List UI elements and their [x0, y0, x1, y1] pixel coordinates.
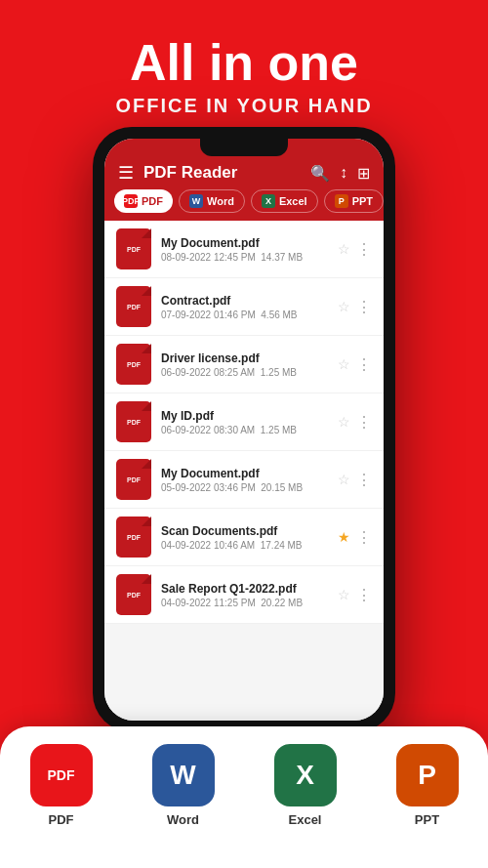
hero-title: All in one [0, 35, 488, 91]
file-actions: ☆ ⋮ [338, 471, 372, 489]
file-info: Scan Documents.pdf 04-09-2022 10:46 AM 1… [161, 524, 328, 551]
file-meta: 04-09-2022 10:46 AM 17.24 MB [161, 540, 328, 551]
dock-pdf-icon: PDF [30, 744, 93, 806]
hero-section: All in one OFFICE IN YOUR HAND [0, 0, 488, 117]
sort-icon[interactable]: ↕ [340, 164, 347, 182]
word-tab-icon: W [189, 194, 203, 208]
dock-item-ppt[interactable]: P PPT [396, 744, 459, 827]
tab-ppt[interactable]: P PPT [324, 189, 384, 213]
file-info: My Document.pdf 05-09-2022 03:46 PM 20.1… [161, 467, 328, 493]
star-icon[interactable]: ☆ [338, 241, 350, 257]
more-icon[interactable]: ⋮ [356, 471, 372, 489]
file-name: My Document.pdf [161, 236, 328, 250]
file-info: Contract.pdf 07-09-2022 01:46 PM 4.56 MB [161, 294, 328, 320]
star-icon[interactable]: ☆ [338, 299, 350, 314]
ppt-tab-icon: P [335, 194, 348, 208]
file-actions: ★ ⋮ [338, 528, 372, 547]
tab-bar: PDF PDF W Word X Excel P PPT [104, 189, 384, 221]
file-icon: PDF [116, 228, 151, 269]
file-meta: 07-09-2022 01:46 PM 4.56 MB [161, 310, 328, 320]
file-list: PDF My Document.pdf 08-09-2022 12:45 PM … [104, 221, 384, 721]
more-icon[interactable]: ⋮ [356, 413, 372, 432]
phone-mockup: ☰ PDF Reader 🔍 ↕ ⊞ PDF PDF W Word [93, 127, 395, 732]
file-item[interactable]: PDF Sale Report Q1-2022.pdf 04-09-2022 1… [104, 566, 384, 624]
dock-ppt-text: PPT [415, 812, 439, 827]
file-meta: 06-09-2022 08:25 AM 1.25 MB [161, 367, 328, 378]
pdf-tab-icon: PDF [124, 194, 138, 208]
more-icon[interactable]: ⋮ [356, 355, 372, 374]
file-meta: 08-09-2022 12:45 PM 14.37 MB [161, 252, 328, 263]
file-actions: ☆ ⋮ [338, 240, 372, 259]
phone-outer: ☰ PDF Reader 🔍 ↕ ⊞ PDF PDF W Word [93, 127, 395, 732]
file-name: Driver license.pdf [161, 351, 328, 365]
tab-word[interactable]: W Word [179, 189, 245, 213]
dock-word-icon: W [152, 744, 215, 806]
file-icon: PDF [116, 344, 151, 385]
star-icon[interactable]: ☆ [338, 414, 350, 430]
file-name: Contract.pdf [161, 294, 328, 308]
excel-tab-icon: X [262, 194, 275, 208]
dock-excel-icon: X [274, 744, 337, 806]
file-name: My ID.pdf [161, 409, 328, 423]
star-icon[interactable]: ☆ [338, 356, 350, 372]
file-icon: PDF [116, 517, 151, 558]
word-tab-label: Word [207, 195, 234, 207]
file-actions: ☆ ⋮ [338, 586, 372, 604]
more-icon[interactable]: ⋮ [356, 528, 372, 547]
file-meta: 04-09-2022 11:25 PM 20.22 MB [161, 598, 328, 608]
file-icon: PDF [116, 574, 151, 615]
file-meta: 05-09-2022 03:46 PM 20.15 MB [161, 482, 328, 493]
phone-screen: ☰ PDF Reader 🔍 ↕ ⊞ PDF PDF W Word [104, 139, 384, 721]
header-icons: 🔍 ↕ ⊞ [310, 164, 370, 183]
file-item[interactable]: PDF My ID.pdf 06-09-2022 08:30 AM 1.25 M… [104, 393, 384, 451]
hero-subtitle: OFFICE IN YOUR HAND [0, 95, 488, 117]
file-item[interactable]: PDF Scan Documents.pdf 04-09-2022 10:46 … [104, 509, 384, 566]
dock-ppt-icon: P [396, 744, 459, 806]
file-name: Sale Report Q1-2022.pdf [161, 582, 328, 596]
file-name: My Document.pdf [161, 467, 328, 480]
bottom-dock: PDF PDF W Word X Excel P PPT [0, 726, 488, 868]
app-title: PDF Reader [143, 163, 301, 183]
file-info: My ID.pdf 06-09-2022 08:30 AM 1.25 MB [161, 409, 328, 435]
file-actions: ☆ ⋮ [338, 355, 372, 374]
file-icon: PDF [116, 401, 151, 442]
file-info: Sale Report Q1-2022.pdf 04-09-2022 11:25… [161, 582, 328, 608]
search-icon[interactable]: 🔍 [310, 164, 330, 183]
more-icon[interactable]: ⋮ [356, 298, 372, 316]
dock-word-text: Word [167, 812, 199, 827]
more-icon[interactable]: ⋮ [356, 240, 372, 259]
dock-item-pdf[interactable]: PDF PDF [30, 744, 93, 827]
dock-item-word[interactable]: W Word [152, 744, 215, 827]
dock-excel-text: Excel [289, 812, 322, 827]
star-icon[interactable]: ☆ [338, 587, 350, 602]
phone-notch [200, 139, 288, 156]
dock-pdf-label: PDF [48, 767, 75, 783]
file-icon: PDF [116, 459, 151, 500]
excel-tab-label: Excel [279, 195, 307, 207]
pdf-tab-label: PDF [142, 195, 163, 207]
file-info: Driver license.pdf 06-09-2022 08:25 AM 1… [161, 351, 328, 378]
file-actions: ☆ ⋮ [338, 298, 372, 316]
file-item[interactable]: PDF Contract.pdf 07-09-2022 01:46 PM 4.5… [104, 278, 384, 336]
menu-icon[interactable]: ☰ [118, 162, 134, 184]
tab-pdf[interactable]: PDF PDF [114, 189, 173, 213]
star-icon[interactable]: ★ [338, 529, 350, 545]
file-icon: PDF [116, 286, 151, 327]
dock-pdf-text: PDF [49, 812, 74, 827]
file-item[interactable]: PDF My Document.pdf 05-09-2022 03:46 PM … [104, 451, 384, 509]
file-item[interactable]: PDF Driver license.pdf 06-09-2022 08:25 … [104, 336, 384, 393]
file-item[interactable]: PDF My Document.pdf 08-09-2022 12:45 PM … [104, 221, 384, 278]
grid-icon[interactable]: ⊞ [357, 164, 370, 183]
star-icon[interactable]: ☆ [338, 472, 350, 487]
file-name: Scan Documents.pdf [161, 524, 328, 538]
tab-excel[interactable]: X Excel [251, 189, 318, 213]
ppt-tab-label: PPT [352, 195, 373, 207]
more-icon[interactable]: ⋮ [356, 586, 372, 604]
file-info: My Document.pdf 08-09-2022 12:45 PM 14.3… [161, 236, 328, 263]
file-meta: 06-09-2022 08:30 AM 1.25 MB [161, 425, 328, 435]
file-actions: ☆ ⋮ [338, 413, 372, 432]
dock-item-excel[interactable]: X Excel [274, 744, 337, 827]
